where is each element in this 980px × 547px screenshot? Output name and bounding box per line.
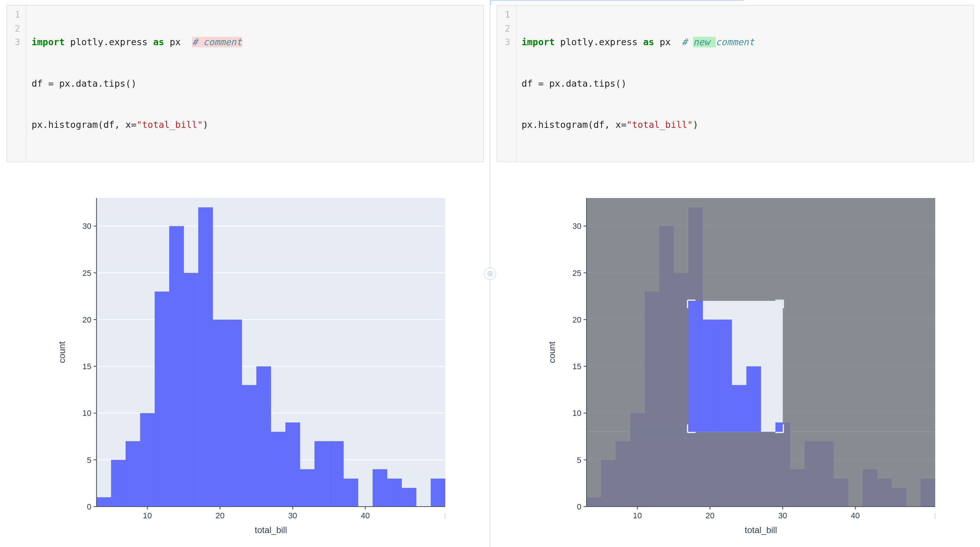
right-code-block[interactable]: 1 2 3 import plotly.express as px # new … (496, 5, 974, 162)
keyword: import (32, 37, 65, 47)
code-line: import plotly.express as px # comment (32, 35, 242, 49)
code-line: df = px.data.tips() (32, 77, 242, 91)
left-code-block[interactable]: 1 2 3 import plotly.express as px # comm… (6, 5, 484, 162)
svg-rect-25 (343, 478, 358, 507)
svg-rect-22 (300, 469, 315, 507)
code-lines: import plotly.express as px # new commen… (516, 5, 759, 162)
svg-rect-28 (401, 488, 416, 507)
svg-text:count: count (547, 341, 557, 363)
right-pane: 1 2 3 import plotly.express as px # new … (490, 0, 980, 547)
svg-text:10: 10 (82, 408, 91, 418)
diff-added-comment: new (693, 37, 716, 47)
code-text: plotly.express (555, 37, 643, 47)
left-chart[interactable]: 051015202530102030405total_billcount (45, 195, 445, 540)
svg-rect-89 (587, 301, 688, 432)
left-pane: 1 2 3 import plotly.express as px # comm… (0, 0, 490, 547)
code-text: plotly.express (65, 37, 153, 47)
code-line: px.histogram(df, x="total_bill") (32, 118, 242, 132)
svg-text:total_bill: total_bill (255, 525, 287, 535)
svg-rect-26 (372, 469, 387, 507)
code-line: import plotly.express as px # new commen… (522, 35, 754, 49)
pane-divider[interactable]: ⊕ (484, 0, 496, 547)
svg-text:count: count (57, 341, 67, 363)
code-text: df = px.data.tips() (32, 78, 137, 89)
svg-text:0: 0 (577, 502, 581, 511)
svg-rect-20 (271, 432, 286, 507)
svg-text:10: 10 (572, 408, 581, 418)
svg-text:5: 5 (577, 456, 581, 465)
svg-text:25: 25 (572, 268, 581, 278)
svg-rect-87 (587, 198, 935, 301)
diff-bracket-indicator (490, 0, 744, 5)
svg-rect-19 (256, 366, 271, 507)
svg-text:15: 15 (572, 362, 581, 371)
svg-rect-16 (213, 320, 227, 507)
string-literal: "total_bill" (627, 120, 693, 130)
svg-text:30: 30 (82, 222, 91, 231)
code-text: px.histogram(df, x= (32, 120, 137, 130)
keyword: import (522, 37, 555, 47)
line-number: 1 (14, 8, 20, 22)
line-number: 1 (504, 8, 510, 22)
svg-rect-18 (242, 385, 256, 507)
line-number: 3 (504, 35, 510, 49)
comment: # (682, 37, 693, 47)
line-number: 2 (14, 22, 20, 36)
right-chart[interactable]: 051015202530102030405total_billcount (535, 195, 935, 540)
svg-rect-17 (227, 320, 242, 507)
svg-rect-12 (154, 292, 169, 507)
svg-rect-10 (126, 441, 140, 507)
svg-text:30: 30 (572, 222, 581, 231)
svg-text:0: 0 (87, 502, 91, 511)
code-text: px.histogram(df, x= (522, 120, 627, 130)
svg-text:10: 10 (143, 511, 151, 520)
diff-removed-comment: # comment (192, 37, 242, 47)
code-lines: import plotly.express as px # comment df… (26, 5, 247, 162)
svg-text:30: 30 (778, 511, 787, 520)
line-number-gutter: 1 2 3 (497, 5, 516, 162)
string-literal: "total_bill" (137, 120, 203, 130)
svg-rect-29 (431, 478, 445, 507)
line-number: 3 (14, 35, 20, 49)
svg-text:total_bill: total_bill (745, 525, 777, 535)
svg-text:10: 10 (633, 511, 641, 520)
svg-text:25: 25 (82, 268, 91, 278)
line-number-gutter: 1 2 3 (7, 5, 26, 162)
divider-line (490, 0, 490, 268)
svg-text:20: 20 (215, 511, 224, 520)
svg-text:20: 20 (705, 511, 714, 520)
line-number: 2 (504, 22, 510, 36)
divider-line (490, 280, 490, 547)
svg-rect-13 (169, 226, 183, 507)
svg-rect-88 (587, 432, 935, 507)
svg-rect-11 (140, 413, 154, 507)
svg-text:5: 5 (934, 511, 935, 520)
svg-rect-8 (97, 498, 111, 507)
code-text: ) (203, 120, 208, 130)
svg-rect-90 (783, 301, 935, 432)
code-line: px.histogram(df, x="total_bill") (522, 118, 754, 132)
diff-view-root: 1 2 3 import plotly.express as px # comm… (0, 0, 980, 547)
svg-text:15: 15 (82, 362, 91, 371)
code-text: ) (693, 120, 698, 130)
svg-rect-9 (111, 460, 126, 507)
svg-text:20: 20 (82, 315, 91, 324)
svg-text:30: 30 (288, 511, 297, 520)
svg-rect-15 (198, 207, 213, 507)
code-text: px (654, 37, 682, 47)
svg-text:40: 40 (851, 511, 860, 520)
svg-rect-14 (183, 273, 198, 507)
svg-rect-23 (314, 441, 329, 507)
svg-rect-24 (329, 441, 344, 507)
svg-text:40: 40 (361, 511, 370, 520)
keyword: as (643, 37, 654, 47)
code-line: df = px.data.tips() (522, 77, 754, 91)
comment: comment (716, 37, 754, 47)
code-text: df = px.data.tips() (522, 78, 627, 89)
expand-diff-icon[interactable]: ⊕ (484, 268, 496, 280)
svg-text:20: 20 (572, 315, 581, 324)
svg-rect-21 (285, 423, 300, 507)
svg-rect-27 (387, 478, 401, 507)
svg-text:5: 5 (87, 456, 91, 465)
keyword: as (153, 37, 164, 47)
